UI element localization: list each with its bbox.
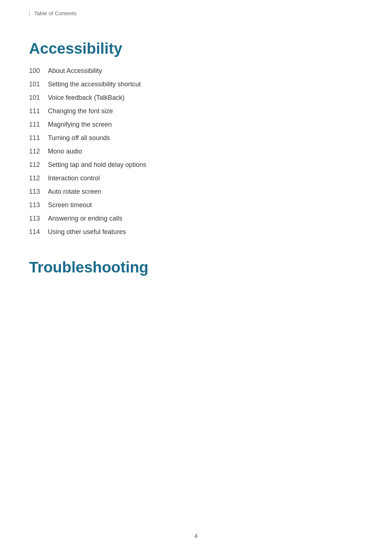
main-content: Accessibility100About Accessibility101Se…	[29, 40, 363, 276]
toc-entry: 114Using other useful features	[29, 227, 363, 237]
toc-entry-label: About Accessibility	[48, 66, 102, 76]
toc-entry-label: Setting tap and hold delay options	[48, 160, 146, 170]
toc-page-number: 113	[29, 214, 48, 223]
toc-page-number: 100	[29, 66, 48, 76]
toc-page-number: 111	[29, 106, 48, 116]
toc-entry-label: Mono audio	[48, 147, 82, 156]
header-label: Table of Contents	[29, 10, 77, 16]
toc-page-number: 101	[29, 79, 48, 89]
toc-entry-label: Turning off all sounds	[48, 133, 110, 143]
toc-entry-label: Changing the font size	[48, 106, 113, 116]
toc-entry-label: Screen timeout	[48, 200, 92, 210]
toc-page-number: 111	[29, 133, 48, 143]
section-title-troubleshooting: Troubleshooting	[29, 259, 363, 276]
page-container: Table of Contents Accessibility100About …	[0, 0, 392, 554]
section-title-accessibility: Accessibility	[29, 40, 363, 57]
toc-entry: 101Voice feedback (TalkBack)	[29, 93, 363, 103]
toc-entry: 112Setting tap and hold delay options	[29, 160, 363, 170]
toc-entry: 111Magnifying the screen	[29, 120, 363, 130]
toc-page-number: 101	[29, 93, 48, 103]
toc-entry: 111Changing the font size	[29, 106, 363, 116]
page-number: 4	[195, 533, 198, 539]
toc-entry: 113Screen timeout	[29, 200, 363, 210]
toc-page-number: 112	[29, 173, 48, 183]
toc-entry-label: Voice feedback (TalkBack)	[48, 93, 124, 103]
section-troubleshooting: Troubleshooting	[29, 259, 363, 276]
toc-entry: 113Auto rotate screen	[29, 187, 363, 197]
toc-entry: 113Answering or ending calls	[29, 214, 363, 223]
toc-entry-label: Interaction control	[48, 173, 100, 183]
toc-entry-label: Auto rotate screen	[48, 187, 101, 197]
toc-entry: 112Mono audio	[29, 147, 363, 156]
section-accessibility: Accessibility100About Accessibility101Se…	[29, 40, 363, 237]
toc-entry-label: Setting the accessibility shortcut	[48, 79, 141, 89]
toc-page-number: 112	[29, 147, 48, 156]
toc-page-number: 111	[29, 120, 48, 130]
toc-page-number: 114	[29, 227, 48, 237]
toc-entry: 100About Accessibility	[29, 66, 363, 76]
toc-entry: 112Interaction control	[29, 173, 363, 183]
toc-entry-label: Answering or ending calls	[48, 214, 122, 223]
toc-entry: 101Setting the accessibility shortcut	[29, 79, 363, 89]
toc-page-number: 113	[29, 187, 48, 197]
toc-entry: 111Turning off all sounds	[29, 133, 363, 143]
toc-page-number: 113	[29, 200, 48, 210]
toc-entry-label: Magnifying the screen	[48, 120, 112, 130]
toc-entry-label: Using other useful features	[48, 227, 126, 237]
toc-page-number: 112	[29, 160, 48, 170]
